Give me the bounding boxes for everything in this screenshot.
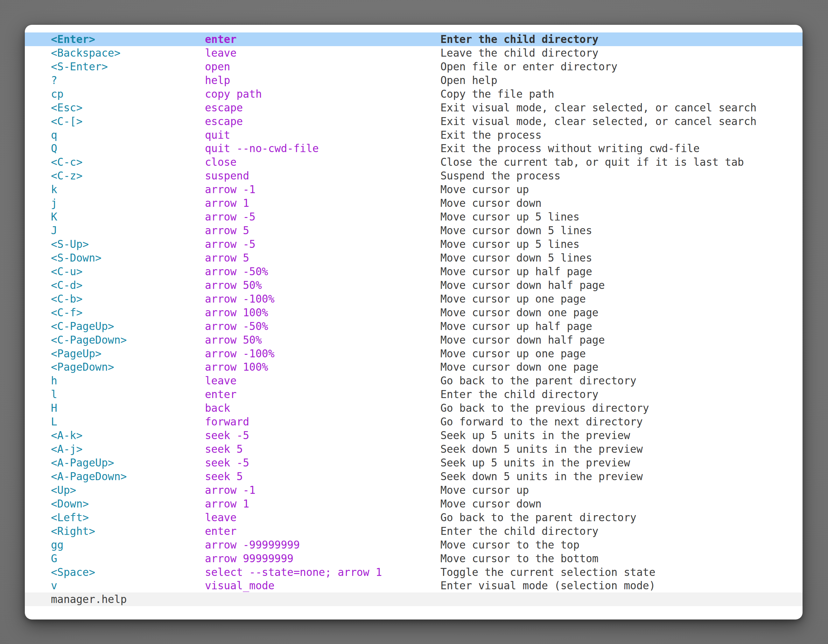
command-cell: seek 5 — [205, 444, 441, 454]
keybinding-row[interactable]: k arrow -1 Move cursor up — [25, 183, 803, 196]
description-cell: Exit the process — [441, 130, 803, 140]
command-cell: enter — [205, 526, 441, 536]
key-cell: <C-z> — [51, 171, 205, 181]
keybinding-row[interactable]: j arrow 1 Move cursor down — [25, 196, 803, 210]
key-cell: <Right> — [51, 526, 205, 536]
keybinding-row[interactable]: <C-d> arrow 50% Move cursor down half pa… — [25, 278, 803, 292]
keybinding-row[interactable]: J arrow 5 Move cursor down 5 lines — [25, 224, 803, 237]
key-cell: <Left> — [51, 512, 205, 523]
description-cell: Go back to the previous directory — [441, 403, 803, 413]
key-cell: q — [51, 130, 205, 140]
keybinding-row[interactable]: <Left> leave Go back to the parent direc… — [25, 511, 803, 524]
keybinding-row[interactable]: <S-Enter> open Open file or enter direct… — [25, 60, 803, 74]
description-cell: Seek up 5 units in the preview — [441, 430, 803, 441]
keybinding-row[interactable]: <C-z> suspend Suspend the process — [25, 169, 803, 183]
keybinding-row[interactable]: H back Go back to the previous directory — [25, 401, 803, 415]
keybinding-row[interactable]: <Right> enter Enter the child directory — [25, 524, 803, 538]
key-cell: cp — [51, 89, 205, 99]
command-cell: arrow -50% — [205, 321, 441, 332]
description-cell: Exit visual mode, clear selected, or can… — [441, 116, 803, 127]
keybinding-row[interactable]: <A-k> seek -5 Seek up 5 units in the pre… — [25, 429, 803, 442]
keybinding-row[interactable]: <PageDown> arrow 100% Move cursor down o… — [25, 360, 803, 374]
keybinding-row[interactable]: <C-[> escape Exit visual mode, clear sel… — [25, 114, 803, 128]
desktop-background: <Enter> enter Enter the child directory … — [0, 0, 828, 644]
keybinding-row[interactable]: <Down> arrow 1 Move cursor down — [25, 497, 803, 511]
keybinding-row[interactable]: q quit Exit the process — [25, 128, 803, 142]
keybinding-row[interactable]: <A-j> seek 5 Seek down 5 units in the pr… — [25, 442, 803, 456]
keybinding-row[interactable]: h leave Go back to the parent directory — [25, 374, 803, 387]
description-cell: Toggle the current selection state — [441, 567, 803, 578]
key-cell: <Backspace> — [51, 48, 205, 58]
keybinding-row[interactable]: <C-f> arrow 100% Move cursor down one pa… — [25, 306, 803, 320]
description-cell: Move cursor up — [441, 184, 803, 195]
command-cell: arrow 99999999 — [205, 553, 441, 564]
command-cell: enter — [205, 389, 441, 400]
command-cell: help — [205, 75, 441, 86]
description-cell: Suspend the process — [441, 171, 803, 181]
keybinding-row[interactable]: <A-PageDown> seek 5 Seek down 5 units in… — [25, 470, 803, 483]
keybinding-row[interactable]: <S-Up> arrow -5 Move cursor up 5 lines — [25, 237, 803, 251]
description-cell: Move cursor down — [441, 198, 803, 208]
key-cell: <Up> — [51, 485, 205, 495]
description-cell: Move cursor up 5 lines — [441, 239, 803, 249]
keybinding-row[interactable]: Q quit --no-cwd-file Exit the process wi… — [25, 142, 803, 155]
command-cell: seek 5 — [205, 471, 441, 482]
command-cell: arrow -50% — [205, 266, 441, 277]
command-cell: arrow -5 — [205, 212, 441, 222]
keybinding-row[interactable]: <Up> arrow -1 Move cursor up — [25, 483, 803, 497]
key-cell: <A-PageDown> — [51, 471, 205, 482]
command-cell: arrow 1 — [205, 498, 441, 509]
keybinding-row[interactable]: <Enter> enter Enter the child directory — [25, 33, 803, 46]
keybinding-row[interactable]: <PageUp> arrow -100% Move cursor up one … — [25, 347, 803, 360]
keybinding-row[interactable]: gg arrow -99999999 Move cursor to the to… — [25, 538, 803, 552]
key-cell: L — [51, 417, 205, 427]
key-cell: ? — [51, 75, 205, 86]
keybinding-row[interactable]: l enter Enter the child directory — [25, 387, 803, 401]
keybinding-row[interactable]: <Esc> escape Exit visual mode, clear sel… — [25, 101, 803, 114]
description-cell: Move cursor to the top — [441, 540, 803, 550]
keybinding-row[interactable]: G arrow 99999999 Move cursor to the bott… — [25, 552, 803, 566]
keybinding-row[interactable]: <C-b> arrow -100% Move cursor up one pag… — [25, 292, 803, 306]
command-cell: select --state=none; arrow 1 — [205, 567, 441, 578]
keybinding-row[interactable]: <Backspace> leave Leave the child direct… — [25, 46, 803, 60]
command-cell: arrow 1 — [205, 198, 441, 208]
keybinding-row[interactable]: K arrow -5 Move cursor up 5 lines — [25, 210, 803, 224]
command-cell: visual_mode — [205, 580, 441, 591]
command-cell: seek -5 — [205, 430, 441, 441]
keybinding-row[interactable]: <C-c> close Close the current tab, or qu… — [25, 155, 803, 169]
keybinding-list: <Enter> enter Enter the child directory … — [25, 25, 803, 592]
command-cell: open — [205, 61, 441, 72]
keybinding-row[interactable]: <C-u> arrow -50% Move cursor up half pag… — [25, 265, 803, 278]
command-cell: leave — [205, 48, 441, 58]
description-cell: Enter visual mode (selection mode) — [441, 580, 803, 591]
command-cell: arrow -5 — [205, 239, 441, 249]
key-cell: <PageUp> — [51, 348, 205, 359]
command-cell: suspend — [205, 171, 441, 181]
key-cell: <S-Up> — [51, 239, 205, 249]
keybinding-row[interactable]: cp copy path Copy the file path — [25, 87, 803, 101]
keybinding-row[interactable]: ? help Open help — [25, 74, 803, 87]
description-cell: Go forward to the next directory — [441, 417, 803, 427]
keybinding-row[interactable]: v visual_mode Enter visual mode (selecti… — [25, 579, 803, 593]
key-cell: <C-[> — [51, 116, 205, 127]
keybinding-row[interactable]: <C-PageUp> arrow -50% Move cursor up hal… — [25, 320, 803, 333]
keybinding-row[interactable]: L forward Go forward to the next directo… — [25, 415, 803, 429]
keybinding-row[interactable]: <A-PageUp> seek -5 Seek up 5 units in th… — [25, 456, 803, 470]
description-cell: Enter the child directory — [441, 34, 803, 45]
description-cell: Leave the child directory — [441, 48, 803, 58]
description-cell: Open help — [441, 75, 803, 86]
description-cell: Seek down 5 units in the preview — [441, 444, 803, 454]
key-cell: l — [51, 389, 205, 400]
description-cell: Move cursor down — [441, 498, 803, 509]
keybinding-row[interactable]: <C-PageDown> arrow 50% Move cursor down … — [25, 333, 803, 347]
command-cell: arrow 5 — [205, 225, 441, 236]
key-cell: <S-Down> — [51, 253, 205, 263]
key-cell: J — [51, 225, 205, 236]
keybinding-row[interactable]: <Space> select --state=none; arrow 1 Tog… — [25, 566, 803, 579]
description-cell: Exit visual mode, clear selected, or can… — [441, 102, 803, 113]
description-cell: Move cursor up 5 lines — [441, 212, 803, 222]
keybinding-row[interactable]: <S-Down> arrow 5 Move cursor down 5 line… — [25, 251, 803, 265]
key-cell: <C-PageDown> — [51, 335, 205, 345]
description-cell: Move cursor up one page — [441, 294, 803, 304]
key-cell: <A-j> — [51, 444, 205, 454]
